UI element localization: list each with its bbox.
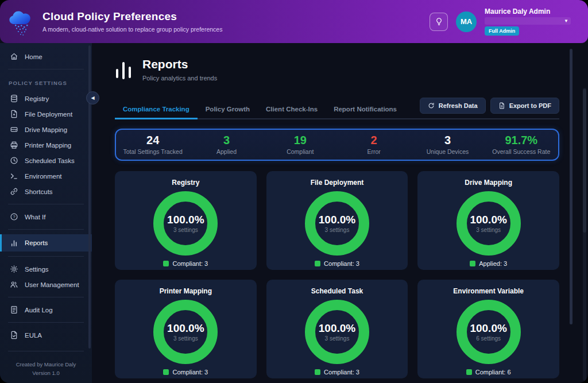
donut-percent: 100.0% <box>470 214 506 226</box>
card-scheduled-task: Scheduled Task 100.0% 3 settings Complia… <box>266 280 408 378</box>
stat-applied: 3 Applied <box>189 134 263 155</box>
stat-value: 3 <box>189 134 263 146</box>
sidebar-item-label: Environment <box>25 173 62 180</box>
card-title: Drive Mapping <box>465 179 512 187</box>
legend-swatch <box>315 261 320 266</box>
app-subtitle: A modern, cloud-native solution to repla… <box>42 26 222 33</box>
sidebar-item-what-if[interactable]: ? What If <box>0 209 92 225</box>
stat-label: Total Settings Tracked <box>116 148 189 155</box>
divider <box>8 351 84 351</box>
sidebar-item-label: Audit Log <box>25 307 53 314</box>
sidebar-item-shortcuts[interactable]: Shortcuts <box>0 184 92 199</box>
footer-credit: Created by Maurice Daly <box>0 360 92 369</box>
reports-page-icon <box>115 59 132 85</box>
card-title: Registry <box>172 179 199 187</box>
card-title: File Deployment <box>311 179 364 187</box>
stat-value: 24 <box>116 134 189 146</box>
lightbulb-icon <box>435 17 443 26</box>
tab-client-check-ins[interactable]: Client Check-Ins <box>258 101 326 119</box>
sidebar-item-label: User Management <box>25 281 79 288</box>
content-scrollbar[interactable] <box>570 49 572 324</box>
legend-swatch <box>163 369 169 375</box>
collapse-left-icon: ◀ <box>91 95 94 100</box>
sidebar-footer: Created by Maurice Daly Version 1.0 <box>0 360 92 377</box>
sidebar-item-environment[interactable]: Environment <box>0 168 92 184</box>
pdf-file-icon <box>498 102 505 109</box>
donut-chart: 100.0% 3 settings <box>153 191 218 256</box>
chart-legend: Compliant: 3 <box>315 260 359 267</box>
donut-percent: 100.0% <box>319 214 355 226</box>
legend-label: Applied: 3 <box>479 260 507 267</box>
window-scrollbar-thumb[interactable] <box>583 89 586 233</box>
sidebar-item-home[interactable]: Home <box>0 49 92 64</box>
legend-label: Compliant: 3 <box>172 260 208 267</box>
donut-percent: 100.0% <box>470 322 506 335</box>
sidebar-section-policy-settings: POLICY SETTINGS <box>0 74 92 91</box>
tab-report-notifications[interactable]: Report Notifications <box>326 101 405 119</box>
app-header: Cloud Policy Preferences A modern, cloud… <box>0 0 588 43</box>
legend-label: Compliant: 6 <box>475 369 511 376</box>
sidebar-item-reports[interactable]: Reports <box>0 234 92 252</box>
legend-label: Compliant: 3 <box>324 369 359 376</box>
stat-label: Error <box>337 148 411 155</box>
export-pdf-button[interactable]: Export to PDF <box>490 98 559 114</box>
sidebar-scrollbar[interactable] <box>88 45 91 349</box>
app-window: Cloud Policy Preferences A modern, cloud… <box>0 0 588 383</box>
sidebar: Home POLICY SETTINGS Registry File Deplo… <box>0 43 92 383</box>
sidebar-item-printer-mapping[interactable]: Printer Mapping <box>0 137 92 153</box>
legend-swatch <box>470 261 475 266</box>
sidebar-item-label: Registry <box>25 95 49 102</box>
sidebar-item-label: What If <box>25 214 45 220</box>
stat-compliant: 19 Compliant <box>264 134 337 155</box>
user-menu-select[interactable]: ▼ <box>485 17 571 25</box>
sidebar-item-label: Drive Mapping <box>25 126 67 133</box>
donut-chart: 100.0% 3 settings <box>153 300 218 364</box>
donut-chart: 100.0% 3 settings <box>305 300 369 364</box>
sidebar-collapse-button[interactable]: ◀ <box>86 91 99 105</box>
sidebar-item-label: Scheduled Tasks <box>25 157 75 164</box>
chart-legend: Compliant: 3 <box>315 369 359 376</box>
chart-legend: Compliant: 3 <box>163 260 208 267</box>
stat-label: Overall Success Rate <box>485 148 558 155</box>
stat-unique-devices: 3 Unique Devices <box>411 134 484 155</box>
footer-version: Version 1.0 <box>0 369 92 377</box>
donut-percent: 100.0% <box>167 322 204 335</box>
refresh-data-button[interactable]: Refresh Data <box>420 98 486 114</box>
sidebar-item-scheduled-tasks[interactable]: Scheduled Tasks <box>0 153 92 168</box>
sidebar-item-settings[interactable]: Settings <box>0 261 92 277</box>
legend-label: Compliant: 3 <box>172 369 208 376</box>
sidebar-item-eula[interactable]: EULA <box>0 327 92 343</box>
sidebar-item-file-deployment[interactable]: File Deployment <box>0 106 92 122</box>
sidebar-item-label: Printer Mapping <box>25 142 71 149</box>
user-name: Maurice Daly Admin <box>485 7 577 16</box>
tab-compliance-tracking[interactable]: Compliance Tracking <box>115 101 198 119</box>
donut-settings-count: 3 settings <box>325 227 350 233</box>
stat-label: Applied <box>189 148 263 155</box>
card-title: Environment Variable <box>453 287 524 295</box>
stat-total-settings: 24 Total Settings Tracked <box>116 134 189 155</box>
donut-chart: 100.0% 3 settings <box>457 191 521 256</box>
sidebar-item-label: Settings <box>25 266 49 273</box>
card-environment-variable: Environment Variable 100.0% 6 settings C… <box>417 280 559 378</box>
sidebar-item-drive-mapping[interactable]: Drive Mapping <box>0 122 92 137</box>
cloud-logo-icon <box>8 7 36 37</box>
theme-toggle-button[interactable] <box>430 13 448 31</box>
stat-value: 91.7% <box>485 134 558 146</box>
bar-chart-icon <box>10 239 18 247</box>
main-content: Reports Policy analytics and trends Comp… <box>92 43 588 383</box>
cloud-logo <box>6 4 38 40</box>
donut-settings-count: 3 settings <box>173 227 198 233</box>
sidebar-item-label: Reports <box>25 239 48 246</box>
stat-error: 2 Error <box>337 134 411 155</box>
user-avatar[interactable]: MA <box>456 11 477 32</box>
sidebar-item-label: File Deployment <box>25 111 72 118</box>
clock-icon <box>10 156 18 165</box>
divider <box>8 297 84 297</box>
sidebar-item-audit-log[interactable]: Audit Log <box>0 302 92 318</box>
sidebar-item-user-management[interactable]: User Management <box>0 277 92 292</box>
tab-policy-growth[interactable]: Policy Growth <box>198 101 258 119</box>
sidebar-item-registry[interactable]: Registry <box>0 91 92 106</box>
divider <box>8 69 84 69</box>
donut-settings-count: 3 settings <box>325 335 350 342</box>
sidebar-item-label: EULA <box>25 332 42 339</box>
